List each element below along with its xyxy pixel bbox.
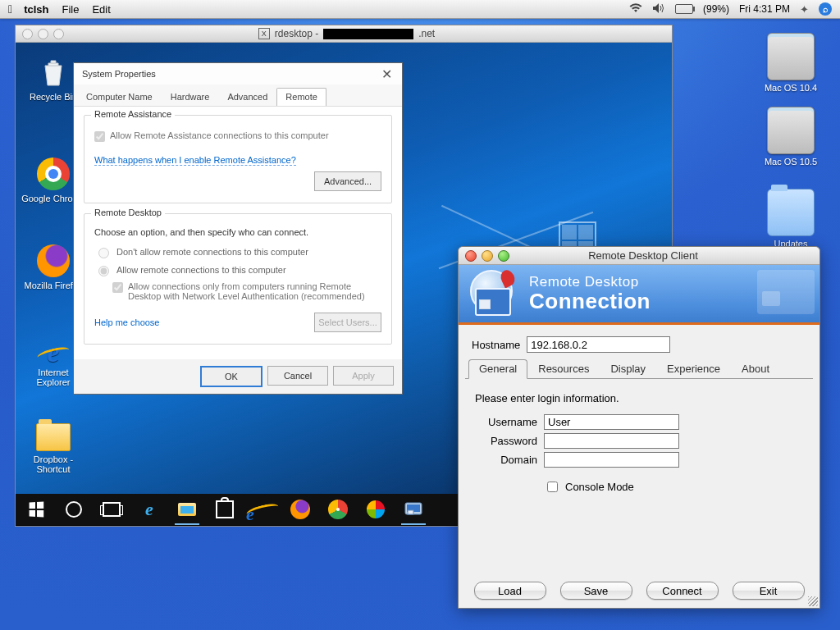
checkbox-input[interactable] bbox=[94, 131, 105, 142]
ok-button[interactable]: OK bbox=[200, 366, 262, 387]
chrome-icon bbox=[35, 156, 71, 192]
tab-remote[interactable]: Remote bbox=[276, 88, 326, 106]
hostname-row: Hostname bbox=[459, 325, 819, 359]
remote-desktop-legend: Remote Desktop bbox=[91, 208, 165, 217]
wifi-icon[interactable] bbox=[629, 3, 642, 16]
minimize-traffic-light[interactable] bbox=[482, 250, 493, 262]
system-properties-dialog[interactable]: System Properties ✕ Computer Name Hardwa… bbox=[73, 62, 403, 395]
hostname-input[interactable] bbox=[527, 336, 670, 353]
taskbar-chrome[interactable] bbox=[321, 494, 355, 525]
window-title-prefix: rdesktop - bbox=[275, 28, 318, 39]
banner-bg-screen-icon bbox=[757, 270, 815, 314]
rdc-banner: Remote Desktop Connection bbox=[459, 265, 819, 325]
rdc-tabs: General Resources Display Experience Abo… bbox=[465, 359, 813, 379]
taskbar-people[interactable] bbox=[358, 494, 393, 525]
apple-menu-icon[interactable]:  bbox=[8, 2, 12, 16]
x11-icon: X bbox=[258, 28, 270, 39]
tab-general[interactable]: General bbox=[468, 359, 527, 379]
system-properties-tabs: Computer Name Hardware Advanced Remote bbox=[74, 84, 402, 106]
folder-icon bbox=[35, 417, 71, 453]
menu-file[interactable]: File bbox=[62, 3, 79, 16]
banner-line-2: Connection bbox=[529, 289, 651, 314]
dialog-titlebar[interactable]: System Properties ✕ bbox=[74, 63, 402, 84]
remote-desktop-client-window[interactable]: Remote Desktop Client Remote Desktop Con… bbox=[458, 246, 820, 609]
load-button[interactable]: Load bbox=[474, 582, 546, 600]
taskbar-explorer[interactable] bbox=[170, 494, 204, 525]
dialog-title: System Properties bbox=[79, 69, 377, 79]
desktop-folder-updates[interactable]: Updates bbox=[758, 189, 824, 249]
tab-computer-name[interactable]: Computer Name bbox=[77, 88, 162, 106]
radio-allow[interactable]: Allow remote connections to this compute… bbox=[94, 263, 381, 276]
checkbox-input[interactable] bbox=[112, 282, 123, 293]
close-icon[interactable]: ✕ bbox=[377, 66, 397, 82]
advanced-button[interactable]: Advanced... bbox=[314, 171, 381, 191]
domain-label: Domain bbox=[475, 454, 537, 466]
volume-icon[interactable] bbox=[652, 2, 665, 16]
link-help-me-choose[interactable]: Help me choose bbox=[94, 317, 160, 327]
menubar-clock[interactable]: Fri 4:31 PM bbox=[739, 3, 790, 15]
menubar-app-name[interactable]: tclsh bbox=[24, 3, 48, 16]
desktop-drive-1[interactable]: Mac OS 10.4 bbox=[758, 33, 824, 93]
bluetooth-icon[interactable]: ✦ bbox=[800, 3, 809, 16]
start-button[interactable] bbox=[19, 494, 53, 525]
cancel-button[interactable]: Cancel bbox=[267, 366, 328, 386]
hard-drive-icon bbox=[767, 33, 815, 80]
tab-resources[interactable]: Resources bbox=[527, 359, 600, 379]
taskbar-ie[interactable]: e bbox=[245, 494, 280, 525]
tab-experience[interactable]: Experience bbox=[656, 359, 731, 379]
rdesktop-titlebar[interactable]: X rdesktop - .net bbox=[16, 25, 672, 43]
taskbar-rdp[interactable] bbox=[396, 494, 431, 525]
radio-dont-allow[interactable]: Don't allow remote connections to this c… bbox=[94, 245, 381, 258]
checkbox-allow-remote-assistance[interactable]: Allow Remote Assistance connections to t… bbox=[94, 130, 381, 142]
save-button[interactable]: Save bbox=[560, 582, 632, 600]
mac-desktop:  tclsh File Edit (99%) Fri 4:31 PM ✦ ⌕ … bbox=[0, 0, 840, 630]
close-traffic-light[interactable] bbox=[465, 250, 477, 262]
fieldset-remote-assistance: Remote Assistance Allow Remote Assistanc… bbox=[84, 115, 392, 203]
folder-icon bbox=[767, 189, 815, 236]
checkbox-nla[interactable]: Allow connections only from computers ru… bbox=[112, 281, 381, 301]
icon-label: Mac OS 10.4 bbox=[758, 83, 824, 93]
select-users-button[interactable]: Select Users... bbox=[314, 313, 381, 332]
menu-edit[interactable]: Edit bbox=[92, 3, 110, 16]
remote-desktop-intro: Choose an option, and then specify who c… bbox=[94, 227, 381, 237]
zoom-traffic-light[interactable] bbox=[498, 250, 509, 262]
tab-page-general: Please enter login information. Username… bbox=[459, 379, 819, 506]
redacted-hostname bbox=[323, 29, 413, 39]
exit-button[interactable]: Exit bbox=[733, 582, 805, 600]
apply-button[interactable]: Apply bbox=[333, 366, 394, 386]
screen-icon bbox=[475, 288, 511, 316]
window-title: Remote Desktop Client bbox=[516, 249, 770, 262]
cortana-button[interactable] bbox=[57, 494, 91, 525]
icon-label: Dropbox - Shortcut bbox=[21, 454, 86, 474]
link-remote-assistance-help[interactable]: What happens when I enable Remote Assist… bbox=[94, 155, 296, 166]
password-label: Password bbox=[475, 435, 537, 447]
desktop-dropbox-shortcut[interactable]: Dropbox - Shortcut bbox=[21, 417, 86, 474]
taskbar-store[interactable] bbox=[208, 494, 242, 525]
firefox-icon bbox=[35, 243, 71, 279]
taskbar-firefox[interactable] bbox=[283, 494, 317, 525]
icon-label: Mac OS 10.5 bbox=[758, 157, 824, 167]
task-view-button[interactable] bbox=[94, 494, 129, 525]
resize-grip[interactable] bbox=[808, 596, 818, 606]
battery-icon[interactable] bbox=[675, 4, 693, 14]
console-mode-checkbox[interactable] bbox=[547, 482, 558, 492]
connect-button[interactable]: Connect bbox=[646, 582, 719, 600]
recycle-bin-icon bbox=[35, 54, 71, 90]
desktop-drive-2[interactable]: Mac OS 10.5 bbox=[758, 107, 824, 167]
svg-rect-2 bbox=[408, 510, 413, 514]
rdc-button-row: Load Save Connect Exit bbox=[459, 582, 819, 600]
tab-about[interactable]: About bbox=[731, 359, 780, 379]
tab-display[interactable]: Display bbox=[600, 359, 656, 379]
rdc-titlebar[interactable]: Remote Desktop Client bbox=[459, 247, 819, 265]
tab-advanced[interactable]: Advanced bbox=[218, 88, 276, 106]
tab-hardware[interactable]: Hardware bbox=[162, 88, 219, 106]
mac-menubar:  tclsh File Edit (99%) Fri 4:31 PM ✦ ⌕ bbox=[0, 0, 840, 19]
checkbox-label: Allow Remote Assistance connections to t… bbox=[110, 130, 329, 140]
remote-assistance-legend: Remote Assistance bbox=[91, 109, 175, 119]
rdesktop-traffic-lights[interactable] bbox=[16, 29, 71, 39]
username-input[interactable] bbox=[544, 414, 679, 430]
password-input[interactable] bbox=[544, 433, 679, 449]
taskbar-edge[interactable]: e bbox=[132, 494, 167, 525]
domain-input[interactable] bbox=[544, 452, 679, 468]
spotlight-icon[interactable]: ⌕ bbox=[819, 2, 832, 16]
